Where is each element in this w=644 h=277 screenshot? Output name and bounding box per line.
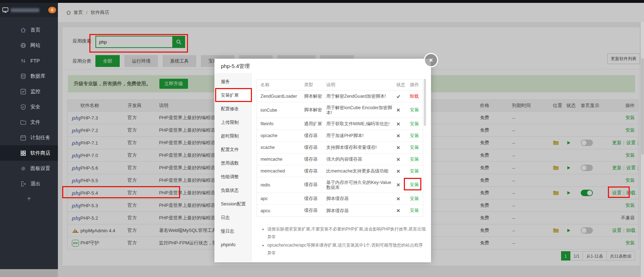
note-item: 请按实际需求安装扩展,不要安装不必要的PHP扩展,这会影响PHP执行效率,甚至出…	[267, 225, 426, 241]
modal-menu-item-2[interactable]: 配置修改	[214, 102, 251, 116]
computer-icon	[2, 6, 9, 14]
sidebar-item-website[interactable]: 网站	[0, 38, 58, 53]
modal-menu-item-9[interactable]: Session配置	[214, 197, 251, 211]
sidebar-item-cron[interactable]: 计划任务	[0, 130, 58, 145]
extension-table: 名称类型说明状态操作 ZendGuardLoader 脚本解密 用于解密Zend…	[257, 79, 423, 217]
ext-name: memcached	[257, 169, 301, 174]
sidebar-item-home[interactable]: 首页	[0, 22, 58, 38]
ext-action-安装[interactable]: 安装	[410, 145, 419, 150]
website-icon	[20, 42, 26, 49]
extension-notes: 请按实际需求安装扩展,不要安装不必要的PHP扩展,这会影响PHP执行效率,甚至出…	[262, 225, 431, 257]
sidebar-item-ftp[interactable]: FTP	[0, 53, 58, 68]
ext-action: 安装	[406, 168, 423, 174]
ext-type: 通用扩展	[301, 121, 323, 127]
not-installed-cross-icon	[393, 146, 406, 150]
ext-action: 安装	[406, 182, 423, 188]
modal-scrollbar-thumb[interactable]	[424, 79, 426, 126]
sidebar-nav: 首页 网站 FTP 数据库 监控 安全 文件 计划任务 软件商店 面板设置 退出	[0, 22, 58, 191]
ext-name: apc	[257, 196, 301, 201]
sidebar-item-label: 监控	[30, 88, 40, 95]
ext-action-安装[interactable]: 安装	[410, 169, 419, 174]
ext-desc: 用于加速PHP脚本!	[323, 133, 393, 138]
modal-menu-item-4[interactable]: 超时限制	[214, 129, 251, 143]
modal-menu: 服务安装扩展配置修改上传限制超时限制配置文件禁用函数性能调整负载状态Sessio…	[214, 73, 252, 262]
modal-menu-item-1[interactable]: 安装扩展	[214, 88, 251, 102]
calendar-icon	[20, 135, 26, 141]
close-icon	[428, 57, 434, 63]
modal-menu-item-11[interactable]: 慢日志	[214, 224, 251, 238]
sidebar-add-button[interactable]: +	[0, 191, 58, 207]
installed-check-icon	[393, 94, 406, 98]
server-name-blurred	[11, 8, 39, 12]
sidebar-item-monitor[interactable]: 监控	[0, 84, 58, 99]
ext-name: redis	[257, 183, 301, 188]
ext-column-header: 名称	[257, 82, 301, 88]
logout-icon	[20, 181, 26, 187]
ext-name: opcache	[257, 133, 301, 138]
modal-menu-item-7[interactable]: 性能调整	[214, 170, 251, 184]
extension-table-header: 名称类型说明状态操作	[257, 80, 423, 91]
sidebar-item-label: 首页	[30, 27, 40, 33]
shield-icon	[20, 104, 26, 110]
ext-column-header: 状态	[393, 82, 406, 88]
folder-icon	[20, 119, 26, 126]
ext-name: apcu	[257, 208, 301, 213]
database-icon	[20, 73, 26, 79]
ext-action-安装[interactable]: 安装	[410, 208, 419, 213]
page-scrollbar-thumb[interactable]	[641, 58, 644, 155]
modal-menu-item-3[interactable]: 上传限制	[214, 116, 251, 129]
ext-name: ZendGuardLoader	[257, 94, 301, 99]
sidebar-item-label: 安全	[30, 104, 40, 110]
extension-table-body: ZendGuardLoader 脚本解密 用于解密ZendGuard加密脚本! …	[257, 91, 423, 217]
ext-action: 安装	[406, 208, 423, 214]
extension-row: memcache 缓存器 强大的内容缓存器 安装	[257, 154, 423, 165]
sidebar-item-appstore[interactable]: 软件商店	[0, 145, 58, 161]
modal-menu-item-8[interactable]: 负载状态	[214, 184, 251, 197]
ext-desc: 脚本缓存器	[323, 208, 393, 213]
ext-type: 缓存器	[301, 208, 323, 214]
ext-type: 缓存器	[301, 145, 323, 151]
ext-type: 缓存器	[301, 156, 323, 162]
ext-type: 缓存器	[301, 182, 323, 188]
ext-name: xcache	[257, 145, 301, 150]
sidebar-item-label: 数据库	[30, 73, 45, 79]
monitor-icon	[20, 88, 26, 95]
ext-type: 脚本解密	[301, 93, 323, 99]
ext-name: ionCube	[257, 108, 301, 113]
ftp-icon	[20, 58, 26, 64]
ext-action-安装[interactable]: 安装	[410, 182, 419, 187]
modal-menu-item-0[interactable]: 服务	[214, 75, 251, 88]
sidebar-item-files[interactable]: 文件	[0, 115, 58, 130]
modal-menu-item-5[interactable]: 配置文件	[214, 143, 251, 156]
sidebar-logo-row: 0	[0, 3, 58, 17]
sidebar-item-label: 网站	[30, 42, 40, 49]
home-icon	[20, 27, 26, 33]
extension-row: ZendGuardLoader 脚本解密 用于解密ZendGuard加密脚本! …	[257, 91, 423, 102]
ext-desc: 支持脚本缓存和变量缓存!	[323, 145, 393, 150]
ext-action-卸载[interactable]: 卸载	[410, 94, 419, 99]
ext-action: 安装	[406, 156, 423, 162]
ext-action-安装[interactable]: 安装	[410, 157, 419, 162]
ext-action-安装[interactable]: 安装	[410, 133, 419, 138]
ext-desc: 脚本缓存器	[323, 196, 393, 201]
page-scrollbar[interactable]	[641, 22, 644, 277]
modal-close-button[interactable]	[424, 53, 438, 67]
sidebar-item-security[interactable]: 安全	[0, 99, 58, 115]
ext-action-安装[interactable]: 安装	[410, 121, 419, 126]
ext-desc: 用于获取文件MIME,编码等信息!	[323, 121, 393, 126]
ext-action-安装[interactable]: 安装	[410, 196, 419, 201]
notification-badge[interactable]: 0	[48, 7, 56, 13]
extension-row: memcached 缓存器 比memcache支持更多高级功能 安装	[257, 165, 423, 177]
sidebar-item-database[interactable]: 数据库	[0, 68, 58, 84]
sidebar: 0 首页 网站 FTP 数据库 监控 安全 文件 计划任务 软件商店 面板设置 …	[0, 3, 58, 269]
sidebar-item-panel-settings[interactable]: 面板设置	[0, 161, 58, 176]
modal-menu-item-10[interactable]: 日志	[214, 211, 251, 224]
modal-content: 名称类型说明状态操作 ZendGuardLoader 脚本解密 用于解密Zend…	[252, 73, 431, 262]
ext-desc: 用于解密ZendGuard加密脚本!	[323, 94, 393, 99]
ext-action: 安装	[406, 121, 423, 127]
modal-menu-item-6[interactable]: 禁用函数	[214, 156, 251, 170]
modal-menu-item-12[interactable]: phpinfo	[214, 238, 251, 252]
sidebar-item-logout[interactable]: 退出	[0, 176, 58, 191]
ext-action-安装[interactable]: 安装	[410, 107, 419, 112]
extension-row: opcache 缓存器 用于加速PHP脚本! 安装	[257, 130, 423, 142]
